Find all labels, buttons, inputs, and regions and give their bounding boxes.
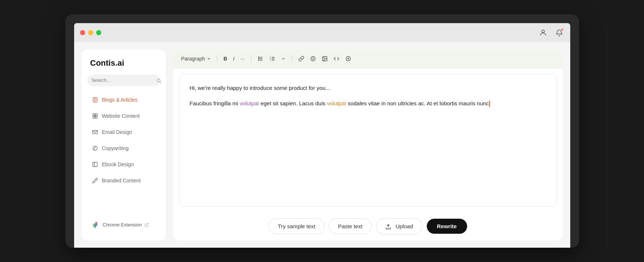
paragraph-label: Paragraph bbox=[181, 56, 205, 62]
sidebar-item-website[interactable]: Website Content bbox=[87, 109, 160, 123]
try-sample-button[interactable]: Try sample text bbox=[269, 218, 324, 234]
laptop-screen: Contis.ai bbox=[74, 23, 570, 248]
text-cursor bbox=[489, 101, 490, 107]
chrome-icon bbox=[92, 221, 100, 229]
sidebar: Contis.ai bbox=[81, 50, 166, 240]
svg-rect-10 bbox=[95, 116, 97, 118]
ordered-list-button[interactable]: 1 2 3 bbox=[267, 54, 278, 63]
editor-panel: Paragraph B I ··· bbox=[173, 50, 563, 240]
sidebar-item-ebook[interactable]: Ebook Design bbox=[87, 157, 160, 171]
search-input[interactable] bbox=[92, 77, 153, 83]
svg-point-23 bbox=[258, 58, 259, 59]
search-icon bbox=[156, 77, 161, 83]
more-button[interactable]: ··· bbox=[238, 54, 247, 63]
code-button[interactable] bbox=[331, 54, 342, 63]
svg-rect-7 bbox=[93, 114, 95, 116]
sidebar-item-label: Email Design bbox=[102, 129, 132, 135]
upload-button[interactable]: Upload bbox=[376, 218, 422, 234]
svg-rect-9 bbox=[93, 116, 95, 118]
svg-point-12 bbox=[93, 146, 97, 150]
search-box[interactable] bbox=[87, 74, 160, 86]
chrome-extension-link[interactable]: Chrome Extension bbox=[87, 218, 160, 232]
paragraph-select[interactable]: Paragraph bbox=[179, 54, 213, 63]
upload-icon bbox=[385, 223, 393, 230]
svg-point-31 bbox=[311, 57, 315, 61]
list-group: 1 2 3 bbox=[255, 54, 288, 63]
grid-icon bbox=[92, 113, 98, 119]
toolbar-divider-3 bbox=[292, 55, 292, 62]
sidebar-item-branded[interactable]: Branded Content bbox=[87, 174, 160, 188]
book-icon bbox=[92, 161, 98, 168]
emoji-button[interactable] bbox=[308, 54, 319, 63]
laptop-frame: Contis.ai bbox=[65, 14, 579, 248]
notification-icon[interactable] bbox=[554, 28, 564, 38]
document-icon bbox=[92, 97, 98, 103]
action-bar: Try sample text Paste text bbox=[173, 212, 563, 240]
app-logo: Contis.ai bbox=[87, 58, 160, 68]
svg-point-22 bbox=[258, 57, 259, 58]
editor-text-area[interactable]: Hi, we're really happy to introduce some… bbox=[179, 74, 557, 207]
svg-text:3: 3 bbox=[270, 59, 271, 61]
highlight-orange-1: volutpat bbox=[327, 100, 346, 106]
svg-line-18 bbox=[146, 223, 149, 226]
sidebar-bottom: Chrome Extension bbox=[87, 212, 160, 232]
text-format-group: B I ··· bbox=[221, 54, 247, 63]
external-link-icon bbox=[145, 222, 149, 228]
svg-rect-13 bbox=[93, 162, 97, 167]
link-button[interactable] bbox=[296, 54, 307, 63]
list-dropdown-button[interactable] bbox=[279, 55, 288, 63]
sidebar-item-label: Copywriting bbox=[102, 145, 129, 151]
bold-button[interactable]: B bbox=[221, 54, 230, 63]
traffic-lights bbox=[80, 30, 101, 35]
insert-group bbox=[296, 54, 354, 63]
maximize-button[interactable] bbox=[96, 30, 101, 35]
close-button[interactable] bbox=[80, 30, 85, 35]
sidebar-item-label: Website Content bbox=[102, 113, 140, 119]
title-bar-controls bbox=[538, 28, 564, 38]
paste-text-button[interactable]: Paste text bbox=[329, 218, 372, 234]
title-bar bbox=[74, 23, 570, 42]
sidebar-item-copywriting[interactable]: Copywriting bbox=[87, 141, 160, 155]
pen-circle-icon bbox=[92, 145, 98, 152]
sidebar-item-blogs[interactable]: Blogs & Articles bbox=[87, 93, 160, 107]
image-button[interactable] bbox=[319, 54, 330, 63]
rewrite-button[interactable]: Rewrite bbox=[427, 219, 467, 234]
toolbar-divider-1 bbox=[217, 55, 217, 62]
svg-rect-8 bbox=[95, 114, 97, 116]
svg-point-35 bbox=[323, 58, 324, 58]
chrome-extension-label: Chrome Extension bbox=[103, 222, 142, 228]
user-icon[interactable] bbox=[538, 28, 548, 38]
unordered-list-button[interactable] bbox=[255, 54, 266, 63]
highlight-purple-1: volutpat bbox=[240, 100, 259, 106]
main-content: Contis.ai bbox=[74, 42, 570, 248]
minimize-button[interactable] bbox=[88, 30, 93, 35]
editor-line1: Hi, we're really happy to introduce some… bbox=[190, 83, 546, 93]
editor-toolbar: Paragraph B I ··· bbox=[173, 50, 563, 68]
pencil-icon bbox=[92, 177, 98, 184]
sidebar-item-label: Branded Content bbox=[102, 178, 141, 183]
email-icon bbox=[92, 129, 98, 135]
editor-inner[interactable]: Hi, we're really happy to introduce some… bbox=[179, 74, 557, 206]
notification-dot bbox=[561, 28, 564, 31]
svg-point-24 bbox=[258, 60, 259, 61]
toolbar-divider-2 bbox=[251, 55, 251, 62]
svg-point-1 bbox=[157, 79, 160, 82]
add-button[interactable] bbox=[343, 54, 354, 63]
svg-line-2 bbox=[160, 81, 161, 83]
sidebar-item-label: Blogs & Articles bbox=[102, 97, 138, 103]
sidebar-item-label: Ebook Design bbox=[102, 161, 134, 167]
italic-button[interactable]: I bbox=[230, 54, 237, 63]
svg-point-0 bbox=[542, 30, 544, 33]
sidebar-item-email[interactable]: Email Design bbox=[87, 125, 160, 139]
editor-line2: Faucibus fringilla mi volutpat eget sit … bbox=[190, 99, 546, 108]
